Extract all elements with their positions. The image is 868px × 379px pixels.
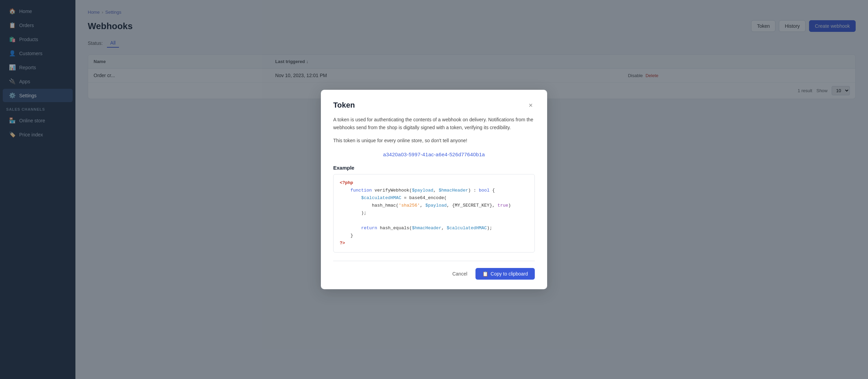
- modal-unique-note: This token is unique for every online st…: [333, 137, 535, 144]
- modal-header: Token ×: [333, 101, 535, 110]
- copy-label: Copy to clipboard: [491, 271, 528, 277]
- modal-title: Token: [333, 101, 355, 110]
- php-open-tag: <?php: [340, 180, 353, 185]
- copy-icon: 📋: [482, 271, 488, 277]
- code-block: <?php function verifyWebhook($payload, $…: [333, 174, 535, 253]
- modal-description: A token is used for authenticating the c…: [333, 116, 535, 131]
- token-value: a3420a03-5997-41ac-a6e4-526d77640b1a: [333, 151, 535, 157]
- modal-divider: [333, 261, 535, 261]
- cancel-button[interactable]: Cancel: [448, 268, 471, 279]
- modal-overlay[interactable]: Token × A token is used for authenticati…: [0, 0, 868, 379]
- modal-footer: Cancel 📋 Copy to clipboard: [333, 268, 535, 280]
- copy-clipboard-button[interactable]: 📋 Copy to clipboard: [475, 268, 535, 280]
- modal-close-button[interactable]: ×: [527, 101, 535, 109]
- token-modal: Token × A token is used for authenticati…: [321, 90, 547, 289]
- example-label: Example: [333, 165, 535, 171]
- php-close-tag: ?>: [340, 241, 345, 246]
